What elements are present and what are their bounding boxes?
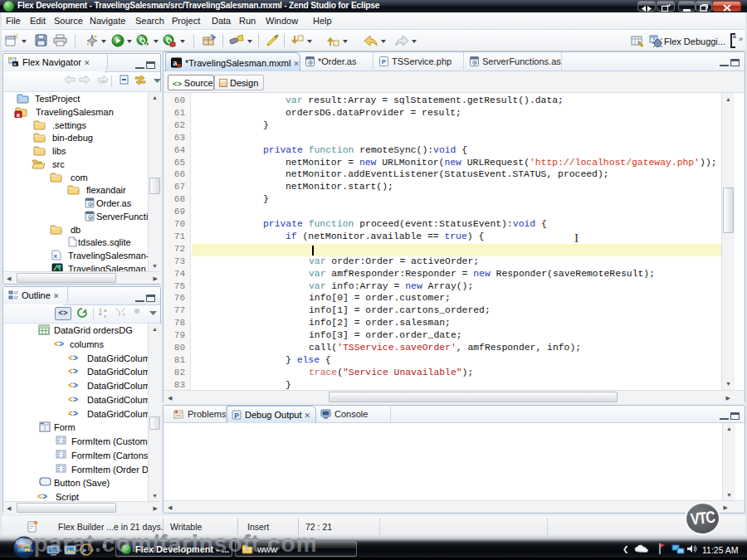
svg-text:a: a	[17, 111, 20, 117]
svg-text:P: P	[234, 411, 239, 420]
svg-text:x: x	[54, 252, 58, 260]
svg-text:P: P	[382, 58, 387, 66]
svg-text:a: a	[173, 59, 178, 67]
svg-text:Q: Q	[139, 37, 145, 45]
